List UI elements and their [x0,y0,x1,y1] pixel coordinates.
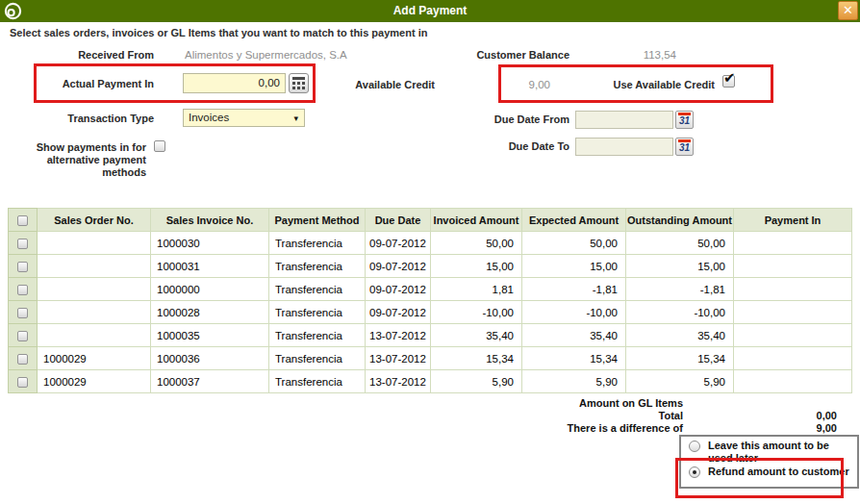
col-payment-in[interactable]: Payment In [734,209,852,232]
checkmark-icon: ✔ [723,69,736,87]
col-payment-method[interactable]: Payment Method [269,209,366,232]
difference-value: 9,00 [683,422,837,435]
transaction-type-label: Transaction Type [0,113,154,125]
cell-payment-in[interactable] [734,347,852,370]
col-due-date[interactable]: Due Date [366,209,431,232]
cell-method: Transferencia [269,324,366,347]
cell-method: Transferencia [269,370,366,393]
table-row: 1000030 Transferencia 09-07-2012 50,00 5… [9,232,852,255]
cell-payment-in[interactable] [734,301,852,324]
cell-invoiced: 50,00 [431,232,522,255]
cell-order [38,278,151,301]
calendar-icon[interactable]: 31 [675,111,694,129]
summary-difference: There is a difference of 9,00 [423,422,837,435]
due-date-from-label: Due Date From [423,113,569,126]
cell-expected: -1,81 [522,278,626,301]
cell-invoiced: 15,00 [431,255,522,278]
cell-order [38,324,151,347]
cell-invoice: 1000035 [151,324,269,347]
summary-total: Total 0,00 [423,410,837,422]
cell-invoice: 1000030 [151,232,269,255]
table-row: 1000000 Transferencia 09-07-2012 1,81 -1… [9,278,852,301]
actual-payment-in-label: Actual Payment In [0,78,154,90]
col-sales-order[interactable]: Sales Order No. [38,209,151,232]
received-from-value: Alimentos y Supermercados, S.A [185,49,347,61]
cell-outstanding: 50,00 [626,232,734,255]
add-payment-dialog: Add Payment ✕ Select sales orders, invoi… [0,0,860,504]
cell-invoiced: 5,90 [431,370,522,393]
table-row: 1000031 Transferencia 09-07-2012 15,00 1… [9,255,852,278]
close-icon[interactable]: ✕ [838,1,858,20]
col-sales-invoice[interactable]: Sales Invoice No. [151,209,269,232]
customer-balance-label: Customer Balance [423,49,569,62]
row-checkbox[interactable] [17,308,28,318]
row-checkbox[interactable] [17,331,28,341]
row-checkbox[interactable] [17,377,28,388]
cell-expected: 15,00 [522,255,626,278]
cell-expected: 50,00 [522,232,626,255]
col-outstanding-amount[interactable]: Outstanding Amount [626,209,734,232]
cell-payment-in[interactable] [734,255,852,278]
cell-invoiced: 1,81 [431,278,522,301]
row-checkbox[interactable] [17,285,28,295]
cell-invoice: 1000036 [151,347,269,370]
cell-invoice: 1000037 [151,370,269,393]
calendar-icon[interactable]: 31 [675,138,694,156]
actual-payment-in-input[interactable]: 0,00 [183,73,286,93]
cell-expected: 15,34 [522,347,626,370]
col-invoiced-amount[interactable]: Invoiced Amount [431,209,522,232]
cell-outstanding: 5,90 [626,370,734,393]
cell-outstanding: 15,00 [626,255,734,278]
row-checkbox[interactable] [17,262,28,272]
dialog-titlebar: Add Payment ✕ [0,0,860,22]
available-credit-label: Available Credit [298,79,435,91]
summary-gl-items: Amount on GL Items [423,397,837,410]
table-row: 1000028 Transferencia 09-07-2012 -10,00 … [9,301,852,324]
cell-payment-in[interactable] [734,324,852,347]
dialog-title: Add Payment [0,4,860,17]
instruction-text: Select sales orders, invoices or GL Item… [10,27,427,38]
row-checkbox[interactable] [17,239,28,249]
cell-payment-in[interactable] [734,370,852,393]
cell-invoice: 1000028 [151,301,269,324]
cell-due: 09-07-2012 [366,255,431,278]
cell-payment-in[interactable] [734,278,852,301]
cell-due: 13-07-2012 [366,347,431,370]
cell-payment-in[interactable] [734,232,852,255]
due-date-to-label: Due Date To [423,140,569,153]
cell-invoiced: -10,00 [431,301,522,324]
cell-order: 1000029 [38,347,151,370]
show-alt-payments-checkbox[interactable] [154,140,165,152]
use-available-credit-checkbox[interactable]: ✔ [722,75,735,88]
col-expected-amount[interactable]: Expected Amount [522,209,626,232]
table-row: 1000029 1000036 Transferencia 13-07-2012… [9,347,852,370]
difference-action-group: Leave this amount to be used later Refun… [679,435,859,489]
cell-expected: 5,90 [522,370,626,393]
transaction-type-select[interactable]: Invoices ▾ [183,109,305,127]
show-alt-payments-label: Show payments in for alternative payment… [0,141,146,179]
cell-due: 13-07-2012 [366,324,431,347]
available-credit-value: 9,00 [444,79,550,90]
radio-selected-icon[interactable] [689,466,700,478]
cell-due: 13-07-2012 [366,370,431,393]
radio-leave-amount[interactable]: Leave this amount to be used later [687,440,855,465]
cell-invoiced: 35,40 [431,324,522,347]
cell-method: Transferencia [269,232,366,255]
received-from-label: Received From [0,49,154,62]
customer-balance-value: 113,54 [577,49,676,61]
due-date-from-input[interactable] [575,111,673,129]
cell-order [38,301,151,324]
radio-unselected-icon[interactable] [689,441,700,452]
cell-method: Transferencia [269,301,366,324]
table-row: 1000035 Transferencia 13-07-2012 35,40 3… [9,324,852,347]
cell-outstanding: 15,34 [626,347,734,370]
radio-refund-customer[interactable]: Refund amount to customer [687,466,855,478]
table-row: 1000029 1000037 Transferencia 13-07-2012… [9,370,852,393]
cell-expected: 35,40 [522,324,626,347]
cell-invoice: 1000031 [151,255,269,278]
row-checkbox[interactable] [17,354,28,365]
cell-outstanding: -1,81 [626,278,734,301]
due-date-to-input[interactable] [575,138,673,156]
total-value: 0,00 [683,410,837,422]
select-all-checkbox[interactable] [17,215,28,226]
